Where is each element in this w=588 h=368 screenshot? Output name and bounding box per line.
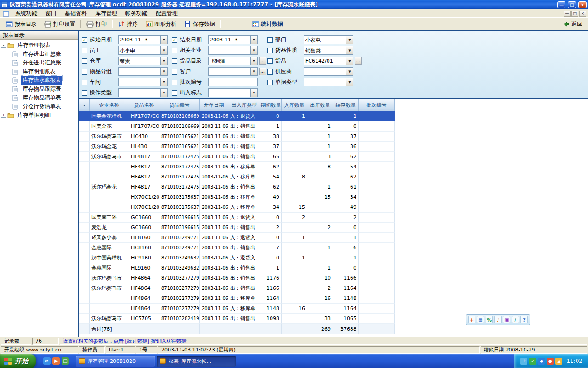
menu-item-accounting[interactable]: 帐务功能: [121, 9, 152, 18]
inout-flag-checkbox[interactable]: [172, 90, 177, 96]
tree-item-4[interactable]: 库存流水账报表: [1, 76, 77, 85]
tree-item-3[interactable]: 库存明细账表: [1, 67, 77, 76]
dropdown-icon[interactable]: ▼: [160, 46, 167, 54]
column-header-3[interactable]: 货品编号: [159, 99, 200, 111]
related-company-checkbox[interactable]: [172, 48, 177, 53]
save-data-button[interactable]: 保存数据: [180, 19, 219, 29]
note-icon[interactable]: ♪: [494, 316, 502, 323]
item-group-combo[interactable]: ▼: [118, 67, 168, 76]
op-type-combo[interactable]: ▼: [118, 88, 168, 97]
show-desktop-icon[interactable]: □: [62, 357, 69, 365]
dropdown-icon[interactable]: ▼: [160, 78, 167, 86]
table-row-8[interactable]: HX70C1/2087101031756372003-11-06出：移库单491…: [79, 192, 395, 202]
table-row-17[interactable]: 沃尔玛赛马市HF486487101032772792003-11-06出：销售出…: [79, 283, 395, 293]
restore-button[interactable]: □: [568, 1, 576, 8]
mdi-close-button[interactable]: ×: [579, 11, 586, 17]
dropdown-icon[interactable]: ▼: [250, 89, 257, 97]
clock[interactable]: 11:02: [566, 358, 582, 364]
mdi-restore-button[interactable]: □: [571, 11, 578, 17]
table-row-0[interactable]: 国美金花样机HF1707/CO87101031066692003-11-06入：…: [79, 111, 395, 121]
inout-flag-combo[interactable]: ▼: [208, 88, 258, 97]
table-row-16[interactable]: 沃尔玛赛马市HF486487101032772792003-11-06出：销售出…: [79, 273, 395, 283]
print-button[interactable]: 打印: [83, 19, 110, 29]
workshop-combo[interactable]: ▼: [118, 78, 168, 86]
sort-button[interactable]: 排序: [114, 19, 141, 29]
table-row-13[interactable]: 金惠国际HC816087101032497712003-11-06出：销售出71…: [79, 243, 395, 253]
product-nature-checkbox[interactable]: [267, 48, 273, 53]
column-header-5[interactable]: 出入库类型: [228, 99, 260, 111]
doc-type-checkbox[interactable]: [267, 80, 273, 85]
table-row-14[interactable]: 汉中国美样机HC916087101032496322003-11-06入：退货入…: [79, 253, 395, 263]
column-header-9[interactable]: 结存数量: [333, 99, 359, 111]
product-combo[interactable]: FC6142/01▼: [304, 57, 353, 65]
customer-more-button[interactable]: ...: [259, 68, 266, 75]
column-header-1[interactable]: 企业名称: [90, 99, 129, 111]
menu-item-system[interactable]: 系统功能: [11, 9, 41, 18]
tree-expander-icon[interactable]: +: [1, 113, 6, 118]
table-row-11[interactable]: 麦浩龙GC166087101031966152003-11-06出：销售出220: [79, 223, 395, 233]
dropdown-icon[interactable]: ▼: [160, 36, 167, 44]
supplier-combo[interactable]: ▼: [304, 67, 353, 76]
column-header-2[interactable]: 货品名称: [129, 99, 159, 111]
op-type-checkbox[interactable]: [82, 90, 87, 96]
product-catalog-checkbox[interactable]: [172, 58, 177, 64]
volume-icon[interactable]: ♪: [520, 358, 527, 365]
column-header-6[interactable]: 期初数量: [260, 99, 282, 111]
network-icon[interactable]: ◆: [538, 358, 545, 365]
tree-item-0[interactable]: -库存管理报表: [1, 41, 77, 50]
report-list-button[interactable]: 报表目录: [2, 19, 40, 29]
product-catalog-more-button[interactable]: ...: [259, 57, 266, 65]
customer-combo[interactable]: ▼: [208, 67, 258, 76]
stats-data-button[interactable]: 统计数据: [248, 19, 287, 29]
employee-checkbox[interactable]: [82, 48, 87, 53]
supplier-checkbox[interactable]: [267, 69, 273, 75]
task-inventory-window[interactable]: 库存管理-20081020: [76, 356, 155, 367]
dropdown-icon[interactable]: ▼: [160, 68, 167, 75]
mdi-minimize-button[interactable]: —: [564, 11, 571, 17]
column-header-0[interactable]: -: [79, 99, 90, 111]
table-row-1[interactable]: 国美金花HF1707/CO87101031066692003-11-06出：销售…: [79, 121, 395, 132]
item-group-checkbox[interactable]: [82, 69, 87, 75]
table-row-5[interactable]: HF481787101031724752003-11-06出：移库单62854: [79, 162, 395, 172]
menu-item-base-data[interactable]: 基础资料: [61, 9, 91, 18]
column-header-4[interactable]: 开单日期: [200, 99, 228, 111]
table-row-15[interactable]: 金惠国际HL916087101032496322003-11-06出：销售出11…: [79, 263, 395, 273]
table-row-20[interactable]: 沃尔玛赛马市HC570587101032824192003-11-06出：销售出…: [79, 314, 395, 324]
dropdown-icon[interactable]: ▼: [250, 36, 257, 44]
table-row-18[interactable]: HF486487101032772792003-11-06出：移库单116416…: [79, 293, 395, 304]
table-row-3[interactable]: 沃尔玛金花HL43087101031656212003-11-06出：销售出37…: [79, 142, 395, 152]
customer-checkbox[interactable]: [172, 69, 177, 75]
dropdown-icon[interactable]: ▼: [250, 68, 257, 75]
minimize-button[interactable]: —: [557, 1, 565, 8]
tree-item-8[interactable]: +库存单据明细: [1, 111, 77, 120]
warehouse-checkbox[interactable]: [82, 58, 87, 64]
end-date-checkbox[interactable]: ✓: [172, 37, 177, 43]
column-header-8[interactable]: 出库数量: [307, 99, 333, 111]
dropdown-icon[interactable]: ▼: [250, 57, 257, 65]
end-date-combo[interactable]: 2003-11- 3▼: [208, 35, 258, 44]
department-checkbox[interactable]: [267, 37, 273, 43]
help-icon[interactable]: ?: [520, 316, 528, 323]
tree-item-5[interactable]: 库存物品跟踪表: [1, 85, 77, 93]
doc-type-combo[interactable]: ▼: [304, 78, 353, 86]
tree-item-7[interactable]: 分仓行货清单表: [1, 102, 77, 111]
product-more-button[interactable]: ...: [355, 57, 362, 65]
dropdown-icon[interactable]: ▼: [346, 36, 353, 44]
column-header-7[interactable]: 入库数量: [282, 99, 307, 111]
update-icon[interactable]: ▲: [555, 358, 562, 365]
table-row-2[interactable]: 沃尔玛赛马市HC43087101031656212003-11-06出：销售出3…: [79, 132, 395, 142]
menu-item-config[interactable]: 配置管理: [152, 9, 182, 18]
dropdown-icon[interactable]: ▼: [346, 68, 353, 75]
menu-item-window[interactable]: 窗口: [41, 9, 61, 18]
dropdown-icon[interactable]: ▼: [346, 78, 353, 86]
table-row-9[interactable]: HX70C1/2087101031756372003-11-06入：移库单341…: [79, 202, 395, 213]
tree-item-1[interactable]: 库存进出汇总账: [1, 50, 77, 58]
product-nature-combo[interactable]: 销售类▼: [304, 46, 353, 55]
antivirus-icon[interactable]: ✓: [529, 358, 536, 365]
menu-item-inventory[interactable]: 库存管理: [91, 9, 121, 18]
employee-combo[interactable]: 小李申▼: [118, 46, 168, 55]
table-icon[interactable]: ▦: [477, 316, 484, 323]
message-icon[interactable]: ●: [547, 358, 554, 365]
table-row-4[interactable]: 沃尔玛赛马市HF481787101031724752003-11-06出：销售出…: [79, 152, 395, 162]
table-row-10[interactable]: 国美南二环GC166087101031966152003-11-06入：退货入0…: [79, 213, 395, 223]
